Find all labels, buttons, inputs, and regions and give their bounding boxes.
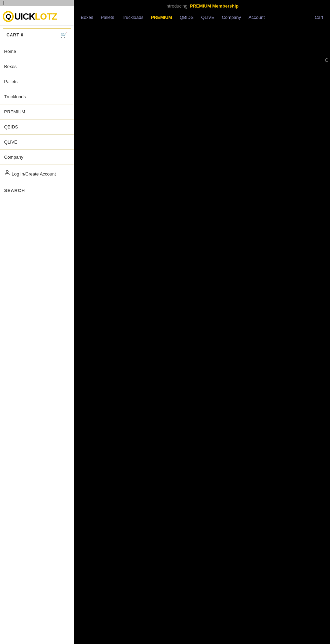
sidebar-item-company[interactable]: Company (0, 150, 74, 165)
sidebar-item-account[interactable]: Log In/Create Account (0, 165, 74, 183)
sidebar-handle-bar (3, 1, 4, 5)
main-nav-pallets-label: Pallets (101, 15, 114, 20)
cart-icon: 🛒 (60, 32, 67, 38)
logo-lotz-text: LOTZ (35, 11, 57, 22)
logo-q-circle: Q (3, 11, 14, 22)
main-nav-boxes-label: Boxes (81, 15, 93, 20)
logo-quick-text: UICK (14, 11, 35, 22)
sidebar-cart-bar[interactable]: CART 0 🛒 (3, 29, 71, 41)
sidebar-nav-label-company: Company (4, 155, 23, 160)
main-nav-account[interactable]: Account (249, 15, 265, 20)
sidebar-item-truckloads[interactable]: Truckloads (0, 89, 74, 104)
main-nav-cart-label: Cart (315, 15, 323, 20)
main-nav-qlive[interactable]: QLIVE (201, 15, 214, 20)
main-nav-truckloads-label: Truckloads (122, 15, 143, 20)
announcement-bar: Introducing: PREMIUM Membership (74, 0, 330, 12)
main-nav-qbids-label: QBIDS (180, 15, 194, 20)
sidebar-item-qlive[interactable]: QLIVE (0, 135, 74, 150)
sidebar-item-pallets[interactable]: Pallets (0, 74, 74, 89)
main-nav-premium[interactable]: PREMIUM (151, 15, 172, 20)
premium-membership-link[interactable]: PREMIUM Membership (190, 3, 239, 9)
announcement-prefix: Introducing: (165, 3, 189, 9)
sidebar-nav-label-boxes: Boxes (4, 64, 16, 69)
sidebar: Q UICKLOTZ CART 0 🛒 Home Boxes Pallets T… (0, 0, 74, 644)
main-content: Introducing: PREMIUM Membership Boxes Pa… (74, 0, 330, 644)
sidebar-nav: Home Boxes Pallets Truckloads PREMIUM QB… (0, 44, 74, 644)
main-nav-boxes[interactable]: Boxes (81, 15, 93, 20)
sidebar-item-premium[interactable]: PREMIUM (0, 104, 74, 120)
main-nav-account-label: Account (249, 15, 265, 20)
sidebar-item-boxes[interactable]: Boxes (0, 59, 74, 74)
sidebar-cart-label: CART 0 (7, 33, 60, 37)
main-nav-cart[interactable]: Cart (315, 15, 323, 20)
sidebar-nav-label-qlive: QLIVE (4, 139, 17, 145)
sidebar-handle (0, 0, 74, 6)
svg-point-0 (6, 170, 8, 172)
sidebar-nav-label-home: Home (4, 49, 16, 54)
sidebar-search-label: SEARCH (4, 188, 25, 193)
main-nav-company-label: Company (222, 15, 241, 20)
main-nav-company[interactable]: Company (222, 15, 241, 20)
logo: Q UICKLOTZ (3, 11, 70, 22)
main-nav-pallets[interactable]: Pallets (101, 15, 114, 20)
account-icon-row: Log In/Create Account (4, 170, 56, 178)
main-nav-qlive-label: QLIVE (201, 15, 214, 20)
sidebar-nav-label-qbids: QBIDS (4, 124, 18, 129)
logo-q-letter: Q (6, 13, 11, 21)
person-icon (4, 170, 10, 177)
main-nav-qbids[interactable]: QBIDS (180, 15, 194, 20)
sidebar-nav-label-pallets: Pallets (4, 79, 18, 84)
sidebar-nav-label-premium: PREMIUM (4, 109, 25, 114)
announcement-link-text: PREMIUM Membership (190, 3, 239, 9)
sidebar-account-label: Log In/Create Account (12, 171, 56, 177)
sidebar-logo[interactable]: Q UICKLOTZ (0, 6, 74, 26)
sidebar-search[interactable]: SEARCH (0, 183, 74, 198)
sidebar-item-home[interactable]: Home (0, 44, 74, 59)
sidebar-item-qbids[interactable]: QBIDS (0, 120, 74, 135)
main-nav: Boxes Pallets Truckloads PREMIUM QBIDS Q… (74, 12, 330, 23)
hero-c-char: C (325, 57, 328, 63)
sidebar-nav-label-truckloads: Truckloads (4, 94, 26, 99)
main-nav-premium-label: PREMIUM (151, 15, 172, 20)
main-nav-truckloads[interactable]: Truckloads (122, 15, 143, 20)
hero-area: C (74, 23, 330, 607)
